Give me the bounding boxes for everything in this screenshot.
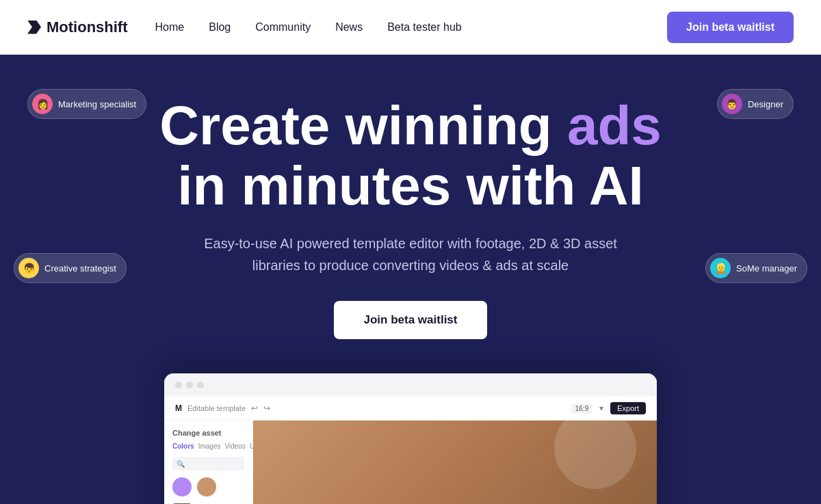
logo[interactable]: Motionshift: [27, 18, 128, 36]
mockup-template-label: Editable template: [187, 404, 246, 412]
avatar-marketing: 👩: [32, 94, 53, 114]
sidebar-tabs: Colors Images Videos Upload: [172, 442, 244, 450]
badge-some-label: SoMe manager: [736, 263, 797, 274]
nav-links: Home Blog Community News Beta tester hub: [155, 21, 462, 34]
badge-designer-label: Designer: [748, 99, 783, 109]
badge-marketing-label: Marketing specialist: [58, 99, 136, 109]
hero-title: Create winning ads in minutes with AI: [159, 96, 662, 216]
mockup-titlebar: [164, 373, 657, 397]
color-swatch-brown[interactable]: [197, 477, 216, 496]
mockup-inner: Change asset Colors Images Videos Upload…: [164, 421, 657, 504]
mockup-logo: M: [175, 403, 182, 413]
hero-section: 👩 Marketing specialist 👨 Designer 👦 Crea…: [0, 55, 821, 504]
undo-icon[interactable]: ↩: [251, 403, 258, 413]
join-waitlist-button-hero[interactable]: Join beta waitlist: [334, 301, 488, 339]
badge-creative-label: Creative strategist: [44, 263, 116, 274]
logo-text: Motionshift: [47, 18, 128, 36]
badge-some-manager: 👱 SoMe manager: [705, 253, 807, 283]
hero-title-part1: Create winning: [159, 95, 551, 156]
ratio-badge[interactable]: 16:9: [571, 403, 592, 414]
nav-item-community[interactable]: Community: [255, 21, 311, 34]
titlebar-dot-2: [186, 382, 193, 388]
navbar-left: Motionshift Home Blog Community News Bet…: [27, 18, 462, 36]
app-mockup: M Editable template ↩ ↪ 16:9 ▾ Export Ch…: [164, 373, 657, 504]
avatar-designer: 👨: [722, 94, 742, 114]
redo-icon[interactable]: ↪: [263, 403, 270, 413]
topbar-actions: 16:9 ▾ Export: [571, 402, 646, 414]
hero-title-part2: in minutes with AI: [177, 155, 643, 216]
mockup-canvas: [253, 421, 657, 504]
nav-item-home[interactable]: Home: [155, 21, 185, 34]
tab-colors[interactable]: Colors: [172, 442, 194, 450]
color-swatches: [172, 477, 244, 496]
titlebar-dot-1: [175, 382, 182, 388]
hero-title-accent: ads: [567, 95, 662, 156]
chevron-down-icon[interactable]: ▾: [599, 403, 603, 413]
nav-item-blog[interactable]: Blog: [209, 21, 231, 34]
join-waitlist-button-nav[interactable]: Join beta waitlist: [667, 12, 794, 43]
topbar-left: M Editable template ↩ ↪: [175, 403, 270, 413]
mockup-topbar: M Editable template ↩ ↪ 16:9 ▾ Export: [164, 397, 657, 421]
avatar-creative: 👦: [18, 258, 39, 278]
search-input[interactable]: 🔍: [172, 457, 244, 470]
nav-item-news[interactable]: News: [335, 21, 363, 34]
hero-content: Create winning ads in minutes with AI Ea…: [159, 96, 662, 339]
mockup-app-wrapper: M Editable template ↩ ↪ 16:9 ▾ Export Ch…: [164, 397, 657, 504]
navbar: Motionshift Home Blog Community News Bet…: [0, 0, 821, 55]
sidebar-title: Change asset: [172, 429, 244, 437]
hero-subtitle: Easy-to-use AI powered template editor w…: [198, 233, 623, 276]
canvas-shape-1: [554, 421, 636, 489]
avatar-some: 👱: [710, 258, 731, 278]
tab-videos[interactable]: Videos: [224, 442, 245, 450]
logo-icon: [27, 21, 41, 34]
badge-designer: 👨 Designer: [717, 89, 794, 119]
badge-marketing-specialist: 👩 Marketing specialist: [27, 89, 146, 119]
color-swatch-purple[interactable]: [172, 477, 192, 496]
mockup-sidebar: Change asset Colors Images Videos Upload…: [164, 421, 253, 504]
titlebar-dot-3: [197, 382, 204, 388]
badge-creative-strategist: 👦 Creative strategist: [14, 253, 127, 283]
nav-item-beta-tester-hub[interactable]: Beta tester hub: [387, 21, 462, 34]
export-button[interactable]: Export: [610, 402, 646, 414]
tab-images[interactable]: Images: [198, 442, 221, 450]
